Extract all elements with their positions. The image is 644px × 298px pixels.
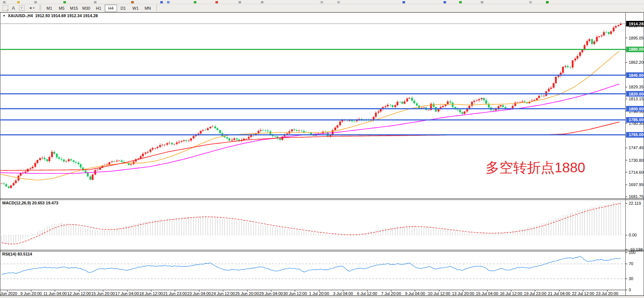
- price-tick-label: 1829.35: [629, 85, 644, 89]
- time-label: 10 Jul 12:00: [428, 291, 450, 296]
- toolbar-grip[interactable]: [40, 5, 41, 11]
- toolbar-row1-clipped: [0, 0, 644, 4]
- time-label: 15 Jul 04:00: [476, 291, 498, 296]
- price-tick-label: 1862.20: [629, 60, 644, 65]
- time-label: 3 Jul 04:00: [333, 291, 353, 296]
- time-label: 30 Jun 12:00: [283, 291, 307, 296]
- clipped-toolbar-icon[interactable]: [443, 1, 446, 3]
- chart-canvas[interactable]: 1911.701895.051878.851862.201846.001829.…: [0, 12, 644, 296]
- clipped-toolbar-icon[interactable]: [546, 1, 549, 3]
- clipped-toolbar-icon[interactable]: [17, 1, 20, 3]
- time-label: 7 Jul 20:00: [381, 291, 401, 296]
- time-label: 15 Jun 20:00: [91, 291, 115, 296]
- timeframe-button-h4[interactable]: H4: [105, 4, 117, 12]
- macd-axis-label: 22.119: [629, 201, 641, 206]
- time-label: 17 Jun 04:00: [115, 291, 139, 296]
- time-label: 23 Jun 04:00: [187, 291, 211, 296]
- timeframe-button-d1[interactable]: D1: [117, 4, 129, 12]
- chart-window[interactable]: ▼ XAUUSD-,H4 1912.93 1914.69 1912.34 191…: [0, 12, 644, 296]
- timeframe-button-m30[interactable]: M30: [80, 4, 92, 12]
- timeframe-button-m1[interactable]: M1: [43, 4, 56, 12]
- symbol-name: XAUUSD-,H4: [8, 13, 33, 18]
- price-level-badge-label: 1800.00: [629, 107, 644, 111]
- text-a-icon[interactable]: A: [10, 5, 17, 12]
- price-tick-label: 1747.45: [629, 145, 644, 150]
- clipped-toolbar-icon[interactable]: [63, 1, 66, 3]
- clipped-toolbar-icon[interactable]: [481, 1, 483, 3]
- rsi-label: RSI(14) 83.5114: [2, 252, 32, 256]
- toolbar: F A T ✦ ▾ M1M5M15M30H1H4D1W1MN: [0, 4, 644, 12]
- time-label: 9 Jun 20:00: [20, 291, 42, 296]
- time-label: 11 Jun 04:00: [43, 291, 67, 296]
- clipped-toolbar-icon[interactable]: [167, 1, 170, 3]
- clipped-toolbar-icon[interactable]: [215, 1, 218, 3]
- time-label: 1 Jul 20:00: [309, 291, 329, 296]
- price-level-badge-label: 1845.00: [629, 73, 644, 78]
- clipped-toolbar-icon[interactable]: [34, 1, 37, 3]
- macd-axis-label: 0.00: [629, 233, 637, 237]
- status-bar: [0, 296, 644, 298]
- clipped-toolbar-icon[interactable]: [402, 1, 405, 3]
- clipped-toolbar-icon[interactable]: [337, 1, 340, 3]
- time-label: 19 Jul 23:00: [524, 291, 546, 296]
- price-tick-label: 1730.80: [629, 158, 644, 163]
- time-label: 21 Jul 04:00: [548, 291, 570, 296]
- clipped-toolbar-icon[interactable]: [239, 1, 241, 3]
- timeframe-button-m15[interactable]: M15: [68, 4, 80, 12]
- rsi-axis-label: 30: [629, 276, 633, 281]
- macd-label: MACD(12,26,9) 20.653 19.473: [2, 201, 58, 205]
- symbol-ohlc-line: ▼ XAUUSD-,H4 1912.93 1914.69 1912.34 191…: [3, 13, 98, 18]
- toolbar-separator: [157, 5, 157, 11]
- time-label: 16 Jul 12:00: [500, 291, 522, 296]
- price-tick-label: 1697.95: [629, 182, 644, 187]
- price-level-badge-label: 1765.00: [629, 132, 644, 137]
- ohlc-values: 1912.93 1914.69 1912.34 1914.28: [35, 13, 98, 18]
- time-label: 22 Jul 12:00: [572, 291, 594, 296]
- price-level-badge-label: 1785.00: [629, 117, 644, 122]
- price-level-badge-label: 1820.00: [629, 92, 644, 96]
- clipped-toolbar-icon[interactable]: [94, 1, 97, 3]
- price-tick-label: 1681.75: [629, 194, 644, 199]
- symbol-dropdown-icon[interactable]: ▼: [3, 14, 6, 18]
- grid-f-icon[interactable]: F: [1, 5, 9, 12]
- clipped-toolbar-icon[interactable]: [3, 1, 6, 3]
- price-tick-label: 1714.60: [629, 170, 644, 175]
- timeframe-button-h1[interactable]: H1: [92, 4, 105, 12]
- time-label: 25 Jun 20:00: [235, 291, 259, 296]
- time-label: 13 Jul 20:00: [452, 291, 474, 296]
- shapes-icon[interactable]: ✦ ▾: [26, 5, 37, 12]
- price-level-badge-label: 1914.28: [629, 22, 644, 26]
- clipped-toolbar-icon[interactable]: [131, 1, 134, 3]
- rsi-axis-label: 0: [629, 288, 631, 292]
- price-tick-label: 1895.05: [629, 36, 644, 40]
- rsi-axis-label: 70: [629, 261, 633, 266]
- chart-annotation-text: 多空转折点1880: [486, 161, 585, 175]
- clipped-toolbar-icon[interactable]: [194, 1, 196, 3]
- time-label: 24 Jun 12:00: [211, 291, 235, 296]
- clipped-toolbar-icon[interactable]: [459, 1, 462, 3]
- rsi-axis-label: 100: [629, 250, 635, 255]
- dropdown-caret-icon[interactable]: ▾: [33, 6, 35, 10]
- text-box-icon[interactable]: T: [18, 5, 25, 12]
- time-label: 23 Jul 20:00: [596, 291, 618, 296]
- time-label: 12 Jun 12:00: [67, 291, 91, 296]
- time-label: 21 Jun 23:00: [163, 291, 187, 296]
- timeframe-button-w1[interactable]: W1: [129, 4, 142, 12]
- time-label: 18 Jun 12:00: [139, 291, 163, 296]
- time-label: 8 Jun 2020: [0, 291, 17, 296]
- price-level-badge-label: 1880.00: [629, 47, 644, 51]
- clipped-toolbar-icon[interactable]: [160, 1, 163, 3]
- clipped-toolbar-icon[interactable]: [529, 1, 532, 3]
- time-label: 29 Jun 04:00: [259, 291, 283, 296]
- clipped-toolbar-icon[interactable]: [321, 1, 323, 3]
- timeframe-button-mn[interactable]: MN: [142, 4, 154, 12]
- time-label: 6 Jul 12:00: [357, 291, 377, 296]
- timeframe-button-m5[interactable]: M5: [56, 4, 68, 12]
- time-label: 9 Jul 04:00: [405, 291, 425, 296]
- clipped-toolbar-icon[interactable]: [261, 1, 263, 3]
- price-tick-label: 1813.15: [629, 97, 644, 101]
